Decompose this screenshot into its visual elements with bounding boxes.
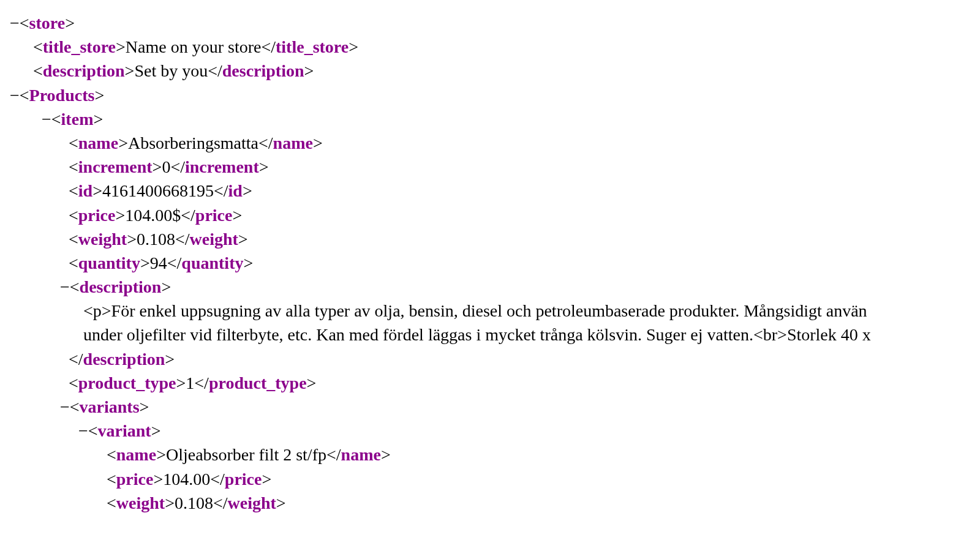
tag-id-open: id [78,181,92,200]
xml-line-store-description: <description>Set by you</description> [4,59,980,83]
xml-line-item-increment: <increment>0</increment> [4,155,980,179]
tag-variants: variants [80,397,140,416]
text-item-price: 104.00$ [125,206,181,225]
text-description-p1: <p>För enkel uppsugning av alla typer av… [83,301,867,320]
xml-line-item-description-open: −<description> [4,275,980,299]
tag-product-type-open: product_type [78,373,176,392]
tag-variant-price-open: price [116,470,154,489]
xml-line-variant-name: <name>Oljeabsorber filt 2 st/fp</name> [4,443,980,467]
xml-line-store-open: −<store> [4,11,980,35]
collapse-toggle[interactable]: − [78,421,88,440]
tag-variant-name-open: name [116,445,156,464]
xml-line-variants-open: −<variants> [4,395,980,419]
tag-variant-price-close: price [225,470,262,489]
xml-line-item-price: <price>104.00$</price> [4,203,980,227]
tag-variant-weight-open: weight [116,493,165,512]
xml-line-products-open: −<Products> [4,83,980,107]
tag-store: store [29,13,66,32]
tag-variant-weight-close: weight [228,493,276,512]
xml-line-item-id: <id>4161400668195</id> [4,179,980,203]
tag-title-store-close: title_store [276,37,349,56]
tag-weight-open: weight [78,230,127,249]
tag-id-close: id [228,181,243,200]
xml-line-item-quantity: <quantity>94</quantity> [4,251,980,275]
tag-variant-name-close: name [341,445,381,464]
text-item-name: Absorberingsmatta [128,133,258,152]
xml-line-title-store: <title_store>Name on your store</title_s… [4,35,980,59]
text-item-quantity: 94 [150,253,167,272]
xml-line-item-name: <name>Absorberingsmatta</name> [4,131,980,155]
xml-line-variant-weight: <weight>0.108</weight> [4,491,980,515]
tag-description-close: description [222,61,304,80]
text-description-p2: under oljefilter vid filterbyte, etc. Ka… [83,325,871,344]
collapse-toggle[interactable]: − [10,86,20,105]
tag-price-close: price [195,206,233,225]
collapse-toggle[interactable]: − [60,277,70,296]
tag-name-open: name [78,133,118,152]
text-description: Set by you [134,61,208,80]
text-item-increment: 0 [162,157,170,176]
tag-increment-close: increment [185,157,259,176]
text-variant-weight: 0.108 [175,493,213,512]
tag-quantity-close: quantity [181,253,243,272]
xml-line-item-product-type: <product_type>1</product_type> [4,371,980,395]
text-title-store: Name on your store [126,37,262,56]
text-item-product-type: 1 [186,373,194,392]
text-variant-price: 104.00 [163,470,210,489]
collapse-toggle[interactable]: − [60,397,70,416]
text-item-id: 4161400668195 [102,181,214,200]
tag-item: item [61,110,94,129]
xml-line-item-weight: <weight>0.108</weight> [4,227,980,251]
collapse-toggle[interactable]: − [42,110,51,129]
tag-quantity-open: quantity [78,253,140,272]
tag-products: Products [29,86,95,105]
tag-name-close: name [273,133,313,152]
text-variant-name: Oljeabsorber filt 2 st/fp [166,445,326,464]
xml-line-item-description-close: </description> [4,347,980,371]
tag-weight-close: weight [190,230,238,249]
text-item-weight: 0.108 [137,230,175,249]
xml-line-item-description-p1: <p>För enkel uppsugning av alla typer av… [4,299,980,323]
tag-item-description-close: description [83,350,165,369]
tag-product-type-close: product_type [209,373,307,392]
tag-price-open: price [78,206,116,225]
tag-title-store-open: title_store [43,37,116,56]
xml-line-variant-open: −<variant> [4,419,980,443]
xml-line-item-description-p2: under oljefilter vid filterbyte, etc. Ka… [4,323,980,347]
xml-line-item-open: −<item> [4,107,980,131]
xml-line-variant-price: <price>104.00</price> [4,467,980,491]
tag-increment-open: increment [78,157,153,176]
tag-variant: variant [98,421,151,440]
tag-description-open: description [43,61,125,80]
collapse-toggle[interactable]: − [10,13,20,32]
tag-item-description: description [80,277,162,296]
